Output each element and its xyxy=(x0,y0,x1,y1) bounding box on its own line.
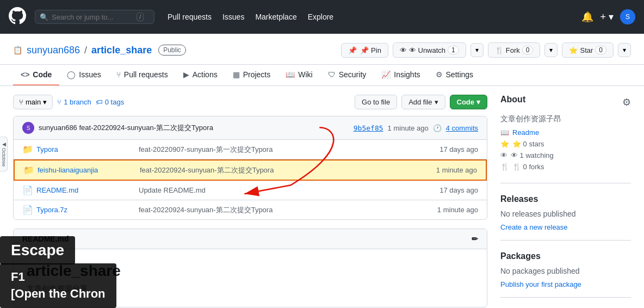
tab-insights[interactable]: 📈 Insights xyxy=(374,65,428,85)
tab-projects[interactable]: ▦ Projects xyxy=(225,65,278,85)
create-release-link[interactable]: Create a new release xyxy=(500,223,568,231)
tab-settings[interactable]: ⚙ Settings xyxy=(428,65,481,85)
repo-header: 📋 sunyuan686 / article_share Public 📌 📌 … xyxy=(0,34,644,65)
about-section: About ⚙ 文章创作资源子昂 📖 Readme ⭐ ⭐ 0 stars 👁 … xyxy=(500,95,631,183)
wiki-tab-icon: 📖 xyxy=(286,70,295,79)
readme-header: README.md ✏ xyxy=(14,229,487,249)
escape-key-overlay: Escape xyxy=(0,236,75,264)
repo-tabs: <> Code ◯ Issues ⑂ Pull requests ▶ Actio… xyxy=(0,65,644,86)
book-icon: 📖 xyxy=(500,128,509,137)
readme-link[interactable]: Readme xyxy=(512,128,539,137)
top-navigation: 🔍 / Pull requests Issues Marketplace Exp… xyxy=(0,0,644,34)
red-arrow-overlay xyxy=(13,116,487,220)
folder-icon: 📁 xyxy=(23,165,33,175)
fork-count: 0 xyxy=(522,46,534,54)
code-button[interactable]: Code ▾ xyxy=(450,95,488,109)
edit-icon[interactable]: ✏ xyxy=(472,235,478,243)
tab-security[interactable]: 🛡 Security xyxy=(320,65,374,85)
publish-package-link[interactable]: Publish your first package xyxy=(500,280,581,288)
issues-link[interactable]: Issues xyxy=(222,13,244,21)
go-to-file-button[interactable]: Go to file xyxy=(355,95,397,109)
unwatch-button[interactable]: 👁 👁 Unwatch 1 xyxy=(393,42,466,58)
file-name-link[interactable]: feishu-lianaiguanjia xyxy=(38,166,135,174)
tab-pull-requests[interactable]: ⑂ Pull requests xyxy=(109,65,176,85)
issues-tab-icon: ◯ xyxy=(67,70,76,79)
folder-icon: 📁 xyxy=(22,144,32,155)
file-name-link[interactable]: README.md xyxy=(36,186,134,194)
fork-button[interactable]: 🍴 Fork 0 xyxy=(488,42,541,58)
repo-sidebar: About ⚙ 文章创作资源子昂 📖 Readme ⭐ ⭐ 0 stars 👁 … xyxy=(500,95,631,308)
chevron-down-icon: ▾ xyxy=(435,98,438,106)
pin-icon: 📌 xyxy=(348,46,357,54)
file-commit-msg: feat-20220907-sunyuan-第一次提交Typora xyxy=(139,145,435,155)
file-icon: 📄 xyxy=(22,185,32,195)
commit-sha-link[interactable]: 9b5ef85 xyxy=(354,124,383,132)
tag-icon: 🏷 xyxy=(96,98,103,106)
pull-requests-link[interactable]: Pull requests xyxy=(168,13,212,21)
star-meta-icon: ⭐ xyxy=(500,140,509,148)
tab-actions[interactable]: ▶ Actions xyxy=(176,65,225,85)
branch-icon: ⑂ xyxy=(19,98,23,106)
tab-code[interactable]: <> Code xyxy=(13,65,59,85)
pin-button[interactable]: 📌 📌 Pin xyxy=(341,43,388,58)
commits-count-link[interactable]: 4 commits xyxy=(446,124,478,132)
search-input[interactable] xyxy=(52,13,133,21)
toolbar-right: Go to file Add file ▾ Code ▾ xyxy=(355,95,487,109)
tab-issues[interactable]: ◯ Issues xyxy=(59,65,108,85)
fork-dropdown[interactable]: ▾ xyxy=(544,43,558,57)
explore-link[interactable]: Explore xyxy=(308,13,333,21)
table-row: 📁 feishu-lianaiguanjia feat-20220924-sun… xyxy=(14,159,487,181)
marketplace-link[interactable]: Marketplace xyxy=(255,13,296,21)
add-file-button[interactable]: Add file ▾ xyxy=(401,95,445,109)
about-title: About xyxy=(500,95,525,104)
repo-owner-link[interactable]: sunyuan686 xyxy=(27,45,80,56)
file-name-link[interactable]: Typora.7z xyxy=(36,206,134,214)
file-commit-msg: feat-20220924-sunyuan-第二次提交Typora xyxy=(140,165,432,175)
unwatch-count: 1 xyxy=(448,46,459,54)
repo-name-link[interactable]: article_share xyxy=(91,45,152,56)
tags-link[interactable]: 🏷 0 tags xyxy=(96,98,124,106)
file-time: 1 minute ago xyxy=(436,166,477,174)
settings-gear-icon[interactable]: ⚙ xyxy=(622,96,631,108)
file-name-link[interactable]: Typora xyxy=(36,145,134,153)
search-box[interactable]: 🔍 / xyxy=(35,10,154,24)
avatar[interactable]: S xyxy=(620,9,635,24)
releases-section: Releases No releases published Create a … xyxy=(500,194,631,241)
watching-meta: 👁 👁 1 watching xyxy=(500,151,631,159)
forks-count: 🍴 0 forks xyxy=(512,163,544,171)
chevron-down-icon: ▾ xyxy=(476,98,480,106)
code-tab-icon: <> xyxy=(21,70,29,79)
octocat-sidebar[interactable]: ◀ Octotree xyxy=(0,137,8,172)
add-button[interactable]: + ▾ xyxy=(600,11,614,23)
separator: / xyxy=(84,45,87,56)
file-table: S sunyuan686 feat-20220924-sunyuan-第二次提交… xyxy=(13,116,487,220)
settings-tab-icon: ⚙ xyxy=(436,70,443,79)
readme-meta: 📖 Readme xyxy=(500,128,631,137)
repo-toolbar: ⑂ main ▾ ⑂ 1 branch 🏷 0 tags Go to file … xyxy=(13,95,487,109)
branches-link[interactable]: ⑂ 1 branch xyxy=(57,98,91,106)
top-nav-right: 🔔 + ▾ S xyxy=(581,9,635,24)
table-row: 📄 Typora.7z feat-20220924-sunyuan-第二次提交T… xyxy=(14,200,487,219)
actions-tab-icon: ▶ xyxy=(183,70,189,79)
table-row: 📁 Typora feat-20220907-sunyuan-第一次提交Typo… xyxy=(14,140,487,159)
branch-selector[interactable]: ⑂ main ▾ xyxy=(13,95,53,109)
file-commit-msg: Update README.md xyxy=(139,186,435,194)
star-button[interactable]: ⭐ Star 0 xyxy=(562,42,614,58)
latest-commit-row: S sunyuan686 feat-20220924-sunyuan-第二次提交… xyxy=(14,116,487,140)
file-icon: 📄 xyxy=(22,205,32,215)
unwatch-dropdown[interactable]: ▾ xyxy=(470,43,484,57)
file-time: 17 days ago xyxy=(439,145,478,153)
search-shortcut: / xyxy=(137,13,144,21)
security-tab-icon: 🛡 xyxy=(328,70,336,79)
packages-section: Packages No packages published Publish y… xyxy=(500,251,631,298)
star-dropdown[interactable]: ▾ xyxy=(618,43,631,57)
repo-actions: 📌 📌 Pin 👁 👁 Unwatch 1 ▾ 🍴 Fork 0 ▾ ⭐ Sta… xyxy=(341,42,631,64)
octocat-text: Octotree xyxy=(1,148,7,167)
github-logo[interactable] xyxy=(9,7,26,27)
notification-bell[interactable]: 🔔 xyxy=(581,11,593,23)
chevron-down-icon: ▾ xyxy=(43,98,47,106)
fork-meta-icon: 🍴 xyxy=(500,163,509,171)
tab-wiki[interactable]: 📖 Wiki xyxy=(278,65,320,85)
file-time: 1 minute ago xyxy=(437,206,478,214)
projects-tab-icon: ▦ xyxy=(233,70,240,79)
